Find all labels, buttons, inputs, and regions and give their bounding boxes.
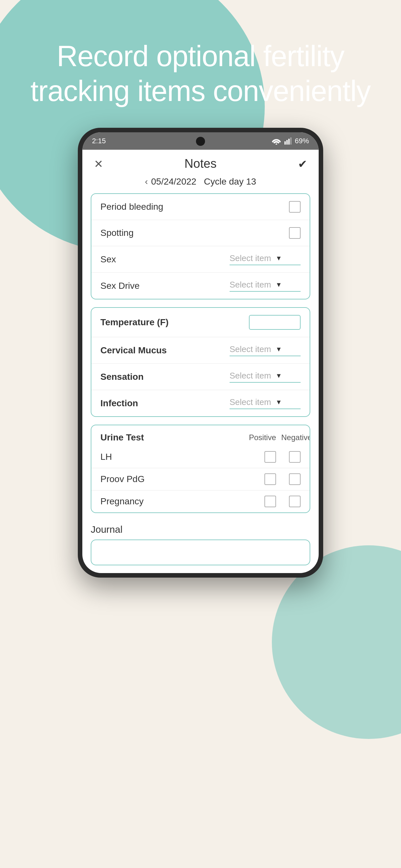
sensation-select-arrow-icon: ▼ <box>276 372 282 379</box>
cervical-mucus-select[interactable]: Select item ▼ <box>230 344 300 356</box>
wifi-signal-icon <box>271 137 281 145</box>
prev-date-button[interactable]: ‹ <box>145 177 148 187</box>
svg-rect-4 <box>290 137 291 145</box>
spotting-checkbox[interactable] <box>289 227 300 239</box>
spotting-row: Spotting <box>91 220 310 246</box>
sex-select[interactable]: Select item ▼ <box>230 253 300 265</box>
period-bleeding-row: Period bleeding <box>91 194 310 220</box>
pregnancy-negative-checkbox[interactable] <box>289 496 300 507</box>
infection-select-arrow-icon: ▼ <box>276 399 282 406</box>
cervical-mucus-label: Cervical Mucus <box>101 345 167 355</box>
sensation-label: Sensation <box>101 372 144 382</box>
app-title: Notes <box>184 157 216 171</box>
svg-point-0 <box>276 144 277 145</box>
lh-checkboxes <box>264 451 300 463</box>
spotting-label: Spotting <box>101 228 134 238</box>
battery-text: 69% <box>295 137 309 145</box>
cervical-mucus-select-arrow-icon: ▼ <box>276 346 282 353</box>
infection-row: Infection Select item ▼ <box>91 390 310 416</box>
pregnancy-row: Pregnancy <box>91 491 310 513</box>
sex-row: Sex Select item ▼ <box>91 246 310 273</box>
positive-col-label: Positive <box>249 433 268 442</box>
lh-negative-checkbox[interactable] <box>289 451 300 463</box>
period-bleeding-checkbox[interactable] <box>289 201 300 213</box>
svg-rect-1 <box>284 141 286 145</box>
app-header: ✕ Notes ✔ <box>82 150 319 174</box>
sex-drive-select-arrow-icon: ▼ <box>276 281 282 288</box>
sex-drive-label: Sex Drive <box>101 281 140 291</box>
urine-col-labels: Positive Negative <box>249 433 300 442</box>
card-section-2: Temperature (F) Cervical Mucus Select it… <box>91 307 310 417</box>
proov-pdg-positive-checkbox[interactable] <box>264 473 276 485</box>
journal-section: Journal <box>91 521 310 565</box>
cervical-mucus-select-text: Select item <box>230 344 271 354</box>
sensation-select[interactable]: Select item ▼ <box>230 371 300 383</box>
lh-row: LH <box>91 446 310 468</box>
journal-input[interactable] <box>91 539 310 565</box>
phone-wrapper: 2:15 <box>0 128 401 603</box>
sex-select-text: Select item <box>230 253 271 263</box>
sex-drive-select[interactable]: Select item ▼ <box>230 280 300 292</box>
proov-pdg-checkboxes <box>264 473 300 485</box>
urine-test-header-label: Urine Test <box>101 432 249 443</box>
phone-inner: 2:15 <box>82 132 319 573</box>
period-bleeding-label: Period bleeding <box>101 202 163 212</box>
signal-bars-icon <box>284 137 291 145</box>
pregnancy-label: Pregnancy <box>101 496 264 506</box>
temperature-row: Temperature (F) <box>91 308 310 337</box>
infection-select-text: Select item <box>230 397 271 407</box>
sensation-row: Sensation Select item ▼ <box>91 364 310 390</box>
temperature-input[interactable] <box>249 315 300 330</box>
card-section-1: Period bleeding Spotting Sex Select item… <box>91 193 310 300</box>
sex-select-arrow-icon: ▼ <box>276 255 282 262</box>
pregnancy-checkboxes <box>264 496 300 507</box>
sex-label: Sex <box>101 254 116 265</box>
negative-col-label: Negative <box>281 433 300 442</box>
urine-test-header-row: Urine Test Positive Negative <box>91 425 310 446</box>
journal-label: Journal <box>91 521 310 539</box>
close-button[interactable]: ✕ <box>94 157 103 170</box>
lh-positive-checkbox[interactable] <box>264 451 276 463</box>
sex-drive-row: Sex Drive Select item ▼ <box>91 273 310 299</box>
temperature-label: Temperature (F) <box>101 317 169 328</box>
proov-pdg-row: Proov PdG <box>91 468 310 491</box>
infection-label: Infection <box>101 398 138 408</box>
date-nav: ‹ 05/24/2022 Cycle day 13 <box>82 174 319 193</box>
pregnancy-positive-checkbox[interactable] <box>264 496 276 507</box>
phone-outer: 2:15 <box>78 128 323 578</box>
card-section-3: Urine Test Positive Negative LH Proov Pd… <box>91 425 310 513</box>
lh-label: LH <box>101 452 264 462</box>
sex-drive-select-text: Select item <box>230 280 271 290</box>
status-icons: 69% <box>271 137 309 145</box>
status-time: 2:15 <box>92 137 106 145</box>
sensation-select-text: Select item <box>230 371 271 381</box>
svg-rect-2 <box>286 140 288 145</box>
hero-title: Record optional fertility tracking items… <box>26 39 375 108</box>
hero-section: Record optional fertility tracking items… <box>0 0 401 128</box>
infection-select[interactable]: Select item ▼ <box>230 397 300 409</box>
svg-rect-3 <box>288 139 290 145</box>
check-button[interactable]: ✔ <box>298 157 307 170</box>
proov-pdg-negative-checkbox[interactable] <box>289 473 300 485</box>
proov-pdg-label: Proov PdG <box>101 474 264 484</box>
date-display: 05/24/2022 Cycle day 13 <box>151 177 256 187</box>
cervical-mucus-row: Cervical Mucus Select item ▼ <box>91 337 310 364</box>
camera-notch <box>196 137 205 146</box>
